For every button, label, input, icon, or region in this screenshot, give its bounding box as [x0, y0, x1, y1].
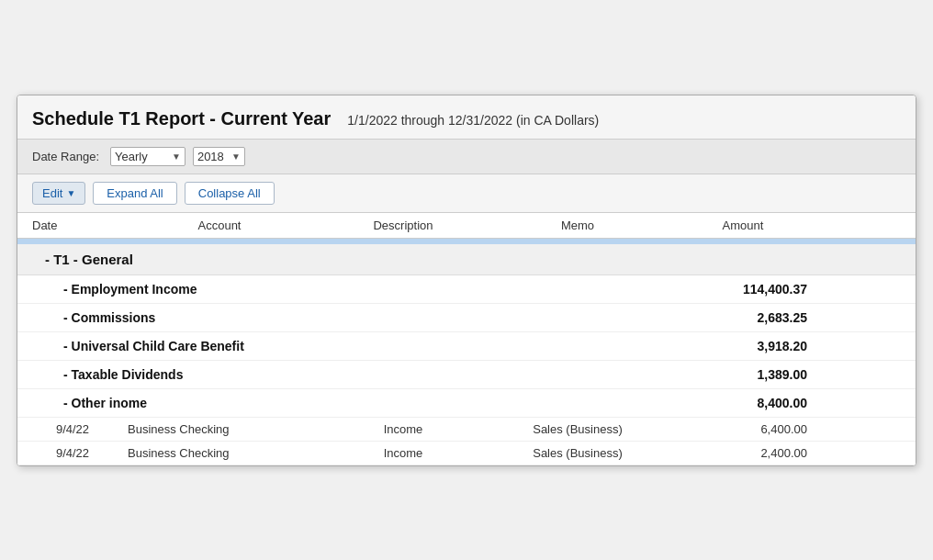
sub-section-amount: 114,400.37 [660, 282, 826, 297]
detail-memo: Sales (Business) [495, 446, 660, 460]
report-title: Schedule T1 Report - Current Year [32, 108, 331, 129]
date-range-toolbar: Date Range: Yearly Monthly Quarterly ▼ 2… [17, 140, 916, 174]
detail-memo: Sales (Business) [495, 422, 660, 436]
sub-section-amount: 2,683.25 [660, 310, 826, 325]
detail-date: 9/4/22 [17, 446, 128, 460]
section-header: - T1 - General [17, 244, 916, 275]
sub-section-label: - Other inome [17, 396, 495, 410]
col-account: Account [128, 218, 311, 232]
year-select[interactable]: 2018 2019 2020 2021 2022 [197, 150, 228, 163]
title-bar: Schedule T1 Report - Current Year 1/1/20… [17, 95, 916, 140]
expand-all-button[interactable]: Expand All [93, 182, 176, 205]
collapse-all-button[interactable]: Collapse All [185, 182, 275, 205]
detail-description: Income [311, 422, 495, 436]
detail-row: 9/4/22 Business Checking Income Sales (B… [17, 442, 916, 465]
date-range-select-wrapper[interactable]: Yearly Monthly Quarterly ▼ [110, 147, 185, 166]
sub-section-row: - Commissions 2,683.25 [17, 304, 916, 332]
detail-account: Business Checking [128, 446, 311, 460]
year-select-wrapper[interactable]: 2018 2019 2020 2021 2022 ▼ [193, 147, 245, 166]
detail-date: 9/4/22 [17, 422, 128, 436]
sub-section-label: - Commissions [17, 310, 495, 325]
sub-section-label: - Taxable Dividends [17, 367, 495, 382]
sub-section-row: - Taxable Dividends 1,389.00 [17, 361, 916, 389]
date-range-label: Date Range: [32, 150, 99, 163]
detail-amount: 6,400.00 [660, 422, 826, 436]
sub-section-amount: 8,400.00 [660, 396, 826, 410]
col-date: Date [17, 218, 128, 232]
content-area: - T1 - General - Employment Income 114,4… [17, 244, 916, 465]
sub-section-label: - Employment Income [17, 282, 495, 297]
detail-description: Income [311, 446, 495, 460]
edit-button-label: Edit [42, 186, 62, 200]
section-title: - T1 - General [45, 252, 133, 267]
edit-button[interactable]: Edit ▼ [32, 182, 85, 205]
edit-dropdown-icon: ▼ [66, 188, 75, 198]
main-window: Schedule T1 Report - Current Year 1/1/20… [17, 95, 916, 466]
detail-row: 9/4/22 Business Checking Income Sales (B… [17, 418, 916, 442]
date-range-dropdown-icon: ▼ [172, 151, 181, 162]
table-header: Date Account Description Memo Amount [17, 213, 916, 239]
sub-section-row: - Employment Income 114,400.37 [17, 275, 916, 304]
detail-amount: 2,400.00 [660, 446, 826, 460]
action-bar: Edit ▼ Expand All Collapse All [17, 174, 916, 213]
col-memo: Memo [495, 218, 660, 232]
col-amount: Amount [660, 218, 826, 232]
sub-section-row: - Other inome 8,400.00 [17, 389, 916, 418]
year-dropdown-icon: ▼ [231, 151, 241, 162]
sub-section-row: - Universal Child Care Benefit 3,918.20 [17, 332, 916, 361]
report-date-info: 1/1/2022 through 12/31/2022 (in CA Dolla… [347, 113, 599, 128]
rows-container: - Employment Income 114,400.37 - Commiss… [17, 275, 916, 465]
col-description: Description [311, 218, 495, 232]
sub-section-label: - Universal Child Care Benefit [17, 339, 495, 353]
sub-section-amount: 1,389.00 [660, 367, 826, 382]
sub-section-amount: 3,918.20 [660, 339, 826, 353]
date-range-select[interactable]: Yearly Monthly Quarterly [115, 150, 168, 163]
detail-account: Business Checking [128, 422, 311, 436]
